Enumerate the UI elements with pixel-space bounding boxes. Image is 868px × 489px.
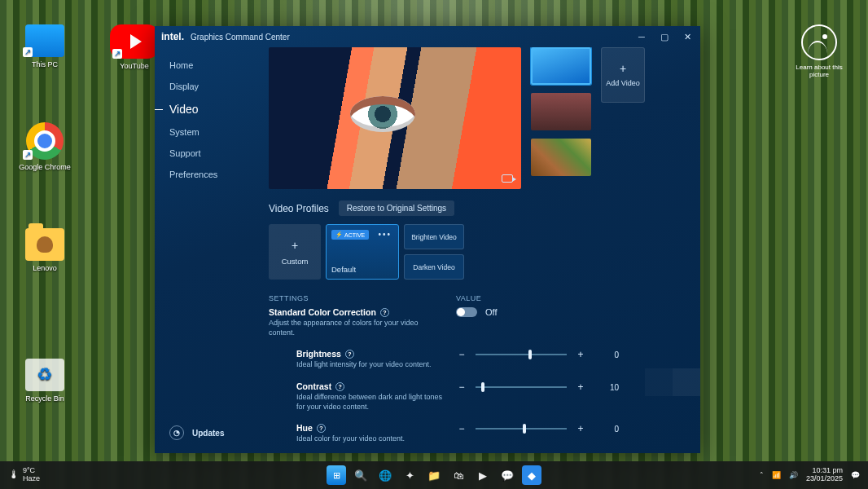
video-profiles-heading: Video Profiles	[269, 203, 329, 214]
hue-slider[interactable]	[476, 428, 567, 430]
video-thumb-3[interactable]	[531, 139, 591, 176]
icon-label: YouTube	[120, 62, 148, 70]
value-column-header: VALUE	[456, 294, 481, 302]
tray-volume-icon[interactable]: 🔊	[789, 471, 798, 479]
icon-label: This PC	[32, 60, 58, 68]
brightness-slider[interactable]	[476, 354, 567, 355]
sidebar-item-support[interactable]: Support	[169, 148, 269, 158]
scc-toggle[interactable]	[456, 307, 477, 317]
taskbar[interactable]: 🌡 9°C Haze ⊞ 🔍 🌐 ✦ 📁 🛍 ▶ 💬 ◆ ˄ 📶 🔊 10:31…	[0, 461, 868, 489]
sidebar: Home Display Video System Support Prefer…	[155, 47, 269, 453]
taskbar-weather[interactable]: 🌡 9°C Haze	[8, 467, 40, 483]
plus-icon: +	[292, 239, 298, 252]
taskbar-store[interactable]: 🛍	[449, 465, 468, 485]
window-title: Graphics Command Center	[191, 33, 290, 42]
profile-label: Custom	[282, 257, 309, 266]
profile-cards: + Custom ⚡ACTIVE ••• Default Brighten Vi…	[269, 224, 690, 280]
setting-label: Brightness	[296, 349, 341, 359]
restore-settings-button[interactable]: Restore to Original Settings	[339, 200, 454, 216]
decrement-button[interactable]: −	[456, 423, 467, 434]
setting-label: Contrast	[296, 381, 331, 391]
sidebar-item-preferences[interactable]: Preferences	[169, 170, 269, 179]
help-icon[interactable]: ?	[317, 424, 326, 433]
setting-label: Standard Color Correction	[269, 307, 376, 317]
setting-row-brightness: Brightness? Ideal light intensity for yo…	[269, 349, 690, 370]
slider-knob[interactable]	[528, 350, 532, 359]
sidebar-item-home[interactable]: Home	[169, 60, 269, 70]
help-icon[interactable]: ?	[335, 382, 344, 391]
active-badge: ⚡ACTIVE	[331, 230, 369, 240]
desktop-icon-this-pc[interactable]: This PC ↗	[16, 24, 73, 68]
slider-knob[interactable]	[481, 382, 484, 392]
increment-button[interactable]: +	[575, 349, 586, 360]
brand-logo: intel.	[161, 31, 184, 42]
desktop-icon-lenovo[interactable]: Lenovo	[16, 228, 73, 272]
brightness-value: 0	[594, 350, 619, 359]
increment-button[interactable]: +	[575, 381, 586, 393]
tray-chevron-icon[interactable]: ˄	[760, 471, 764, 479]
video-thumb-1[interactable]	[531, 47, 591, 85]
taskbar-youtube[interactable]: ▶	[473, 465, 493, 485]
sidebar-item-video[interactable]: Video	[169, 103, 269, 116]
setting-label: Hue	[296, 423, 313, 433]
sidebar-item-display[interactable]: Display	[169, 82, 269, 91]
setting-row-contrast: Contrast? Ideal difference between dark …	[269, 381, 690, 412]
taskbar-intel-gcc[interactable]: ◆	[522, 465, 541, 485]
help-icon[interactable]: ?	[345, 350, 354, 359]
taskbar-search[interactable]: 🔍	[351, 465, 370, 485]
setting-desc: Ideal color for your video content.	[296, 434, 443, 444]
video-thumb-2[interactable]	[531, 93, 591, 130]
recycle-icon	[25, 359, 64, 391]
profile-label: Default	[331, 265, 356, 274]
window-minimize-button[interactable]: ─	[635, 32, 648, 42]
updates-button[interactable]: ◔ Updates	[169, 425, 224, 440]
icon-label: Google Chrome	[19, 163, 71, 171]
setting-desc: Ideal difference between dark and light …	[296, 393, 443, 412]
sidebar-item-system[interactable]: System	[169, 127, 269, 137]
shortcut-overlay-icon: ↗	[112, 49, 122, 59]
window-titlebar[interactable]: intel. Graphics Command Center ─ ▢ ✕	[155, 26, 700, 47]
contrast-slider[interactable]	[476, 386, 567, 388]
setting-desc: Adjust the appearance of colors for your…	[269, 319, 443, 337]
taskbar-whatsapp[interactable]: 💬	[498, 465, 517, 485]
taskbar-explorer[interactable]: 📁	[424, 465, 444, 485]
tray-wifi-icon[interactable]: 📶	[772, 471, 781, 479]
icon-label: Lenovo	[33, 264, 57, 272]
notifications-icon[interactable]: 💬	[851, 471, 860, 479]
add-video-button[interactable]: + Add Video	[601, 47, 645, 103]
hue-value: 0	[594, 425, 619, 434]
profile-darken[interactable]: Darken Video	[404, 254, 464, 280]
decrement-button[interactable]: −	[456, 381, 467, 393]
updates-label: Updates	[192, 429, 224, 438]
profile-custom[interactable]: + Custom	[269, 224, 321, 280]
taskbar-center: ⊞ 🔍 🌐 ✦ 📁 🛍 ▶ 💬 ◆	[327, 465, 541, 485]
folder-icon	[25, 228, 64, 261]
profile-menu-icon[interactable]: •••	[378, 230, 392, 239]
window-close-button[interactable]: ✕	[681, 32, 694, 42]
desktop-icon-recycle-bin[interactable]: Recycle Bin	[16, 359, 73, 403]
taskbar-clock[interactable]: 10:31 pm 23/01/2025	[806, 467, 843, 483]
decorative-squares	[645, 368, 700, 396]
clock-date: 23/01/2025	[806, 475, 843, 483]
desktop-icon-learn-picture[interactable]: Learn about this picture	[795, 24, 844, 78]
start-button[interactable]: ⊞	[327, 465, 346, 485]
settings-column-header: SETTINGS	[269, 294, 456, 302]
weather-icon: 🌡	[8, 469, 20, 481]
bell-icon: ◔	[169, 425, 184, 440]
taskbar-chrome[interactable]: 🌐	[375, 465, 395, 485]
video-thumbnails	[531, 47, 591, 189]
increment-button[interactable]: +	[575, 423, 586, 434]
profile-brighten[interactable]: Brighten Video	[404, 224, 464, 249]
decrement-button[interactable]: −	[456, 349, 467, 360]
profile-default[interactable]: ⚡ACTIVE ••• Default	[326, 224, 399, 280]
video-preview[interactable]	[269, 47, 521, 189]
add-video-label: Add Video	[606, 79, 639, 87]
taskbar-tray[interactable]: ˄ 📶 🔊 10:31 pm 23/01/2025 💬	[760, 467, 860, 483]
window-maximize-button[interactable]: ▢	[658, 32, 671, 42]
taskbar-copilot[interactable]: ✦	[400, 465, 419, 485]
contrast-value: 10	[594, 383, 619, 392]
slider-knob[interactable]	[523, 424, 526, 434]
desktop-icon-chrome[interactable]: Google Chrome ↗	[16, 122, 73, 171]
help-icon[interactable]: ?	[380, 308, 389, 317]
setting-row-hue: Hue? Ideal color for your video content.…	[269, 423, 690, 444]
